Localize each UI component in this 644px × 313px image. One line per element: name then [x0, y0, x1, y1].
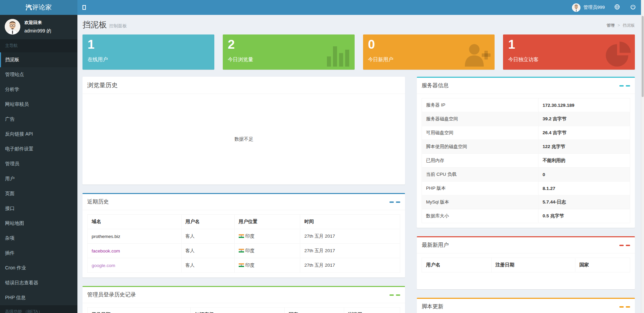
info-value: 不能利用的 — [539, 154, 630, 168]
script-update-box: 脚本更新 您的版本 2.8 版 — [417, 298, 635, 313]
sidebar-item[interactable]: 插件 — [0, 246, 77, 261]
stat-box-new-users-today: 0 今日新用户 — [363, 34, 495, 70]
info-label: 脚本使用的磁盘空间 — [422, 140, 539, 154]
sidebar-item[interactable]: 分析学 — [0, 82, 77, 97]
traffic-chart-area: 数据不足 — [82, 94, 405, 185]
info-value: 172.30.129.189 — [539, 98, 630, 112]
brand-logo[interactable]: 汽评论家 — [0, 0, 77, 15]
sidebar-item[interactable]: 广告 — [0, 112, 77, 127]
main-header: 汽评论家 — [0, 0, 641, 15]
table-row: google.com 客人 印度 — [88, 258, 400, 273]
server-info-row: PHP 版本 8.1.27 — [422, 182, 630, 195]
server-info-row: 可用磁盘空间 26.4 吉字节 — [422, 126, 630, 140]
column-header: 用户名 — [181, 215, 234, 229]
breadcrumb-current: 挡泥板 — [623, 23, 635, 28]
box-title: 近期历史 — [87, 198, 109, 206]
column-header: 时间 — [300, 215, 400, 229]
brand-logo-rest: 评论家 — [32, 3, 52, 12]
server-info-row: 服务器磁盘空间 39.2 吉字节 — [422, 112, 630, 126]
sidebar-item[interactable]: 挡泥板 — [0, 52, 77, 67]
recent-history-box: 近期历史 域名用户名用户位置时间 — [82, 193, 405, 278]
server-info-row: 数据库大小 0.5 兆字节 — [422, 209, 630, 223]
page-title: 挡泥板控制面板 — [82, 19, 127, 30]
sidebar-item[interactable]: 管理员 — [0, 156, 77, 171]
remove-button[interactable] — [396, 201, 400, 203]
page-scrollbar[interactable] — [641, 0, 644, 313]
sidebar-item[interactable]: 错误日志查看器 — [0, 275, 77, 290]
stat-box-unique-visitors-today: 1 今日独立访客 — [503, 34, 635, 70]
location-text: 印度 — [245, 234, 255, 239]
left-column: 浏览量历史 数据不足 近期历史 — [82, 77, 405, 313]
stat-box-online-users: 1 在线用户 — [82, 34, 214, 70]
user-menu[interactable]: 管理员999 — [568, 0, 609, 15]
stat-value: 1 — [88, 38, 209, 51]
sidebar-item[interactable]: 页面 — [0, 186, 77, 201]
sidebar-item[interactable]: 管理站点 — [0, 67, 77, 82]
sidebar-item[interactable]: 反向链接 API — [0, 127, 77, 142]
column-header: 国家 — [284, 308, 344, 313]
power-icon — [630, 4, 636, 11]
logout-button[interactable] — [625, 0, 641, 15]
collapse-button[interactable] — [389, 294, 394, 296]
sidebar-item[interactable]: 网站地图 — [0, 216, 77, 231]
breadcrumb-parent-link[interactable]: 管理 — [606, 23, 615, 28]
column-header: 用户名 — [422, 258, 491, 272]
sidebar-nav-header: 主导航 — [0, 39, 77, 52]
navbar-right: 管理员999 — [568, 0, 641, 15]
table-row: prothemes.biz 客人 印度 — [88, 229, 400, 244]
domain-link[interactable]: prothemes.biz — [92, 234, 120, 239]
info-label: 数据库大小 — [422, 209, 539, 223]
pie-chart-icon — [606, 42, 631, 68]
time-cell: 27th 五月 2017 — [300, 229, 400, 244]
time-cell: 27th 五月 2017 — [300, 244, 400, 258]
newest-users-box: 最新新用户 用户名注册日期国家 — [417, 236, 635, 289]
india-flag-icon — [239, 263, 244, 267]
info-value: 8.1.27 — [539, 182, 630, 195]
recent-history-table: 域名用户名用户位置时间 prothemes.biz 客人 — [87, 214, 400, 273]
sidebar-item[interactable]: PHP 信息 — [0, 290, 77, 305]
box-header: 近期历史 — [82, 194, 405, 210]
scrollbar-thumb[interactable] — [642, 16, 644, 97]
sidebar-item[interactable]: 电子邮件设置 — [0, 142, 77, 156]
remove-button[interactable] — [626, 306, 630, 308]
sidebar-item[interactable]: 网站审核员 — [0, 97, 77, 112]
language-button[interactable] — [609, 0, 625, 15]
collapse-button[interactable] — [619, 306, 624, 308]
sidebar-item[interactable]: 用户 — [0, 171, 77, 186]
info-label: PHP 版本 — [422, 182, 539, 195]
remove-button[interactable] — [626, 85, 630, 87]
remove-button[interactable] — [396, 294, 400, 296]
column-header: 注册日期 — [491, 258, 575, 272]
box-tools — [619, 245, 630, 246]
sidebar-item[interactable]: Cron 作业 — [0, 261, 77, 275]
remove-button[interactable] — [626, 245, 630, 246]
domain-cell: facebook.com — [88, 244, 182, 258]
info-value: 26.4 吉字节 — [539, 126, 630, 140]
collapse-button[interactable] — [619, 85, 624, 87]
server-info-row: 服务器 IP 172.30.129.189 — [422, 98, 630, 112]
sidebar-item[interactable]: 杂项 — [0, 231, 77, 246]
breadcrumb: 管理 > 挡泥板 — [606, 23, 635, 30]
domain-cell: google.com — [88, 258, 182, 273]
admin-login-history-box: 管理员登录历史记录 登录日期知识产权国家浏览器 — [82, 286, 405, 313]
sidebar-beta-header: 高级功能 （BETA） — [0, 305, 77, 313]
info-label: 当前 CPU 负载 — [422, 168, 539, 182]
domain-link[interactable]: google.com — [92, 263, 115, 268]
sidebar-toggle-button[interactable] — [82, 0, 93, 15]
content-header: 挡泥板控制面板 管理 > 挡泥板 — [82, 15, 635, 34]
domain-link[interactable]: facebook.com — [92, 248, 120, 254]
location-cell: 印度 — [234, 258, 300, 273]
stat-label: 在线用户 — [88, 56, 209, 63]
box-tools — [619, 85, 630, 87]
collapse-button[interactable] — [619, 245, 624, 246]
newest-users-table: 用户名注册日期国家 — [422, 258, 630, 272]
user-cell: 客人 — [181, 244, 234, 258]
avatar — [5, 19, 20, 34]
admin-login-history-table: 登录日期知识产权国家浏览器 — [87, 307, 400, 313]
stat-row: 1 在线用户 2 今日浏览量 0 今日新用户 — [82, 34, 635, 70]
collapse-button[interactable] — [389, 201, 394, 203]
info-label: 服务器 IP — [422, 98, 539, 112]
traffic-history-box: 浏览量历史 数据不足 — [82, 77, 405, 185]
sidebar-item[interactable]: 接口 — [0, 201, 77, 216]
column-header: 浏览器 — [344, 308, 400, 313]
